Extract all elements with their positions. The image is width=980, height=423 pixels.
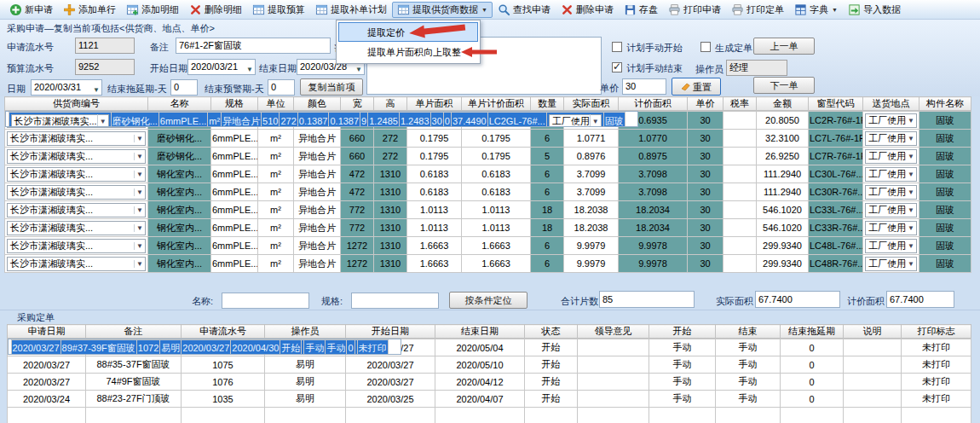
toolbar-button-import-data[interactable]: 导入数据 <box>843 2 906 18</box>
cell-spec[interactable]: 6mmPLE... <box>211 148 258 165</box>
cell-unit[interactable]: m² <box>258 237 294 255</box>
chevron-down-icon[interactable]: ▼ <box>134 135 145 142</box>
cell-operator[interactable]: 易明 <box>265 391 346 408</box>
toolbar-button-delete-apply[interactable]: 删除申请 <box>556 2 619 18</box>
next-order-button[interactable]: 下一单 <box>753 77 815 94</box>
cell-piece-calc-area[interactable]: 0.1387 <box>329 113 360 128</box>
cell-spec[interactable]: 6mmPLE... <box>211 255 258 273</box>
cell-part-name[interactable]: 固玻 <box>919 183 971 201</box>
cell-print-flag[interactable]: 未打印 <box>902 356 971 374</box>
chevron-down-icon[interactable]: ▼ <box>134 242 145 250</box>
chevron-down-icon[interactable]: ▼ <box>905 260 916 268</box>
cell-piece-calc-area[interactable]: 0.6183 <box>462 183 531 201</box>
cell-leader-opinion[interactable] <box>578 391 649 408</box>
cell-actual-area[interactable]: 3.7099 <box>564 183 619 201</box>
order-row[interactable]: 2020/03/2789#37-39F窗固玻1072易明2020/03/2720… <box>8 339 401 355</box>
cell-piece-area[interactable]: 1.0113 <box>407 219 462 237</box>
cell-status[interactable]: 开始 <box>525 374 578 391</box>
cell-window-code[interactable]: LC30R-76#... <box>809 183 863 201</box>
chevron-down-icon[interactable]: ▼ <box>134 188 145 196</box>
cell-amount[interactable]: 20.8050 <box>757 112 809 130</box>
copy-current-button[interactable]: 复制当前项 <box>300 78 363 96</box>
chevron-down-icon[interactable]: ▼ <box>134 206 145 214</box>
cell-apply-no[interactable]: 1072 <box>136 340 159 356</box>
cell-width[interactable]: 472 <box>341 165 374 183</box>
supplier-combobox[interactable]: 长沙市潇湘玻璃实...▼ <box>7 149 146 164</box>
cell-end-delay[interactable]: 0 <box>781 339 844 356</box>
cell-color[interactable]: 异地合片 <box>294 201 341 219</box>
cell-calc-area[interactable]: 1.2483 <box>399 113 430 128</box>
cell-qty[interactable]: 6 <box>531 255 564 273</box>
cell-qty[interactable]: 6 <box>531 183 564 201</box>
cell-unit[interactable]: m² <box>208 113 222 128</box>
remark-field[interactable]: 76#1-2F窗固玻 <box>176 38 331 54</box>
cell-spec[interactable]: 6mmPLE... <box>211 130 258 148</box>
operator-field[interactable]: 经理 <box>726 60 787 76</box>
toolbar-button-delete-detail[interactable]: 删除明细 <box>184 2 247 18</box>
cell-actual-area[interactable]: 18.2038 <box>564 219 619 237</box>
toolbar-button-add-detail[interactable]: 添加明细 <box>121 2 184 18</box>
delivery-combobox[interactable]: 工厂使用▼ <box>865 221 917 235</box>
cell-remark[interactable]: 89#37-39F窗固玻 <box>61 340 136 356</box>
cell-calc-area[interactable]: 0.8975 <box>619 148 688 165</box>
cell-tax-rate[interactable] <box>723 165 757 183</box>
chevron-down-icon[interactable]: ▼ <box>590 114 601 128</box>
cell-piece-calc-area[interactable]: 1.6663 <box>462 255 531 273</box>
cell-qty[interactable]: 18 <box>531 201 564 219</box>
toolbar-button-print-apply[interactable]: 打印申请 <box>663 2 726 18</box>
chevron-down-icon[interactable]: ▼ <box>905 188 916 196</box>
toolbar-button-get-supplier-data[interactable]: 提取供货商数据▼ <box>392 2 493 18</box>
cell-unit-price[interactable]: 30 <box>688 148 723 165</box>
cell-apply-no[interactable]: 1035 <box>182 391 265 408</box>
cell-calc-area[interactable]: 9.9978 <box>619 255 688 273</box>
order-row[interactable]: 2020/03/2488#23-27F门顶玻1035易明2020/03/2520… <box>8 391 971 408</box>
cell-color[interactable]: 异地合片 <box>222 113 262 128</box>
toolbar-button-print-order[interactable]: 打印定单 <box>726 2 789 18</box>
cell-qty[interactable]: 9 <box>360 113 368 128</box>
cell-status[interactable]: 开始 <box>525 391 578 408</box>
cell-apply-date[interactable]: 2020/03/27 <box>11 340 61 356</box>
chevron-down-icon[interactable]: ▼ <box>905 171 916 178</box>
supplier-combobox[interactable]: 长沙市潇湘玻璃实...▼ <box>7 203 146 217</box>
end-delay-field[interactable]: 0 <box>170 79 198 96</box>
cell-delivery[interactable]: 工厂使用▼ <box>863 237 919 255</box>
cell-amount[interactable]: 26.9250 <box>757 148 809 165</box>
cell-apply-date[interactable]: 2020/03/24 <box>8 391 86 408</box>
chevron-down-icon[interactable]: ▼ <box>134 260 145 268</box>
cell-operator[interactable]: 易明 <box>265 356 346 374</box>
cell-calc-area[interactable]: 9.9978 <box>619 237 688 255</box>
cell-part-name[interactable]: 固玻 <box>919 148 971 165</box>
cell-amount[interactable]: 32.3100 <box>757 130 809 148</box>
cell-height[interactable]: 1310 <box>374 165 407 183</box>
cell-amount[interactable]: 111.2940 <box>757 165 809 183</box>
chevron-down-icon[interactable]: ▼ <box>97 114 108 128</box>
cell-leader-opinion[interactable] <box>578 339 649 356</box>
cell-piece-area[interactable]: 0.6183 <box>407 183 462 201</box>
cell-part-name[interactable]: 固玻 <box>919 237 971 255</box>
cell-piece-area[interactable]: 1.6663 <box>407 255 462 273</box>
cell-end[interactable]: 手动 <box>326 340 347 356</box>
cell-unit-price[interactable]: 30 <box>688 237 723 255</box>
chevron-down-icon[interactable]: ▼ <box>905 153 916 160</box>
cell-window-code[interactable]: LC48L-76#... <box>809 237 863 255</box>
chevron-down-icon[interactable]: ▼ <box>905 117 916 125</box>
cell-end[interactable]: 手动 <box>716 391 781 408</box>
cell-calc-area[interactable]: 3.7098 <box>619 183 688 201</box>
delivery-combobox[interactable]: 工厂使用▼ <box>865 257 917 271</box>
cell-actual-area[interactable]: 9.9979 <box>564 255 619 273</box>
cell-actual-area[interactable]: 0.8976 <box>564 148 619 165</box>
cell-window-code[interactable]: LC33L-76#... <box>809 201 863 219</box>
cell-height[interactable]: 1310 <box>374 183 407 201</box>
cell-height[interactable]: 1310 <box>374 219 407 237</box>
cell-window-code[interactable]: LC2GL-76#... <box>487 113 546 128</box>
cell-piece-area[interactable]: 1.6663 <box>407 237 462 255</box>
cell-width[interactable]: 660 <box>341 148 374 165</box>
cell-status[interactable]: 开始 <box>525 356 578 374</box>
cell-apply-no[interactable]: 1075 <box>182 356 265 374</box>
chevron-down-icon[interactable]: ▼ <box>134 224 145 232</box>
cell-unit-price[interactable]: 30 <box>688 219 723 237</box>
cell-end-date[interactable]: 2020/05/10 <box>435 356 525 374</box>
cell-piece-calc-area[interactable]: 0.1795 <box>462 148 531 165</box>
cell-amount[interactable]: 111.2940 <box>757 183 809 201</box>
cell-piece-area[interactable]: 0.6183 <box>407 165 462 183</box>
